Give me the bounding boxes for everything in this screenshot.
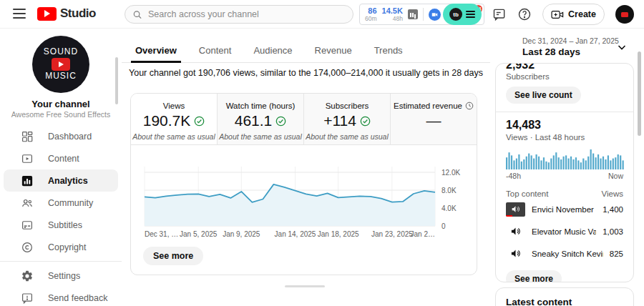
svg-text:Jan 5, 2025: Jan 5, 2025	[180, 230, 218, 238]
tab-audience[interactable]: Audience	[252, 41, 293, 62]
axis-left-label: -48h	[506, 172, 521, 180]
svg-text:0: 0	[441, 222, 446, 230]
help-icon[interactable]	[517, 7, 532, 21]
realtime-axis: -48h Now	[506, 172, 623, 180]
youtube-studio-app: Studio 86 60m 14.5K 48h	[0, 0, 644, 306]
account-avatar[interactable]	[615, 5, 634, 24]
stat-60m: 86 60m	[365, 7, 377, 22]
clock-icon	[465, 102, 474, 110]
channel-subtitle: Awesome Free Sound Effects	[0, 110, 122, 119]
sidebar-item-subtitles[interactable]: Subtitles	[4, 214, 118, 236]
metric-watch-time[interactable]: Watch time (hours) 461.1 About the same …	[218, 94, 304, 144]
svg-text:Jan 9, 2025: Jan 9, 2025	[223, 230, 260, 238]
tab-overview[interactable]: Overview	[134, 41, 178, 62]
create-button[interactable]: Create	[542, 4, 605, 25]
see-more-button[interactable]: See more	[143, 247, 203, 265]
settings-icon	[21, 270, 34, 282]
date-range-selector[interactable]: Dec 31, 2024 – Jan 27, 2025 Last 28 days	[522, 36, 619, 57]
sidebar-item-content[interactable]: Content	[4, 147, 118, 169]
studio-logo[interactable]: Studio	[37, 6, 96, 21]
speaker-icon	[511, 204, 520, 214]
realtime-views-label: Views · Last 48 hours	[506, 133, 623, 142]
analytics-main: Overview Content Audience Revenue Trends…	[122, 29, 490, 306]
speaker-icon	[510, 248, 521, 259]
content-icon	[21, 152, 34, 165]
top-content-row[interactable]: Elevator Music Vanos… 1,003	[506, 220, 623, 242]
svg-text:Dec 31, …: Dec 31, …	[145, 230, 178, 238]
top-content-row[interactable]: Sneaky Snitch Kevin Ma… 825	[506, 242, 623, 265]
top-content-header: Top content Views	[506, 189, 623, 198]
svg-text:Jan 23, 2025: Jan 23, 2025	[371, 230, 413, 238]
video-thumbnail	[506, 202, 525, 217]
search-bar[interactable]	[125, 5, 353, 24]
tubebuddy-menu-icon	[466, 11, 475, 18]
see-live-count-button[interactable]: See live count	[506, 87, 581, 104]
tab-trends[interactable]: Trends	[373, 41, 404, 62]
sidebar-item-dashboard[interactable]: Dashboard	[4, 125, 118, 147]
check-circle-icon	[275, 116, 286, 127]
latest-content-title: Latest content	[506, 297, 623, 306]
mini-chart-icon	[408, 9, 418, 19]
tab-content[interactable]: Content	[197, 41, 233, 62]
svg-text:4.0K: 4.0K	[441, 204, 457, 212]
sidebar-item-send-feedback[interactable]: Send feedback	[4, 287, 118, 306]
studio-logo-text: Studio	[60, 6, 96, 21]
youtube-logo-icon	[37, 7, 57, 21]
top-content-row[interactable]: Envici November - Ori… 1,400	[506, 198, 623, 220]
realtime-see-more-button[interactable]: See more	[506, 270, 562, 282]
next-card-edge	[285, 285, 325, 287]
sidebar: SOUND MUSIC Your channel Awesome Free So…	[0, 29, 122, 306]
search-input[interactable]	[148, 9, 346, 19]
dashboard-icon	[21, 130, 34, 143]
stat-48h: 14.5K 48h	[382, 7, 403, 22]
channel-summary-text: Your channel got 190,706 views, similar …	[122, 68, 490, 78]
topbar-actions: tb Create	[443, 0, 634, 29]
tab-revenue[interactable]: Revenue	[313, 41, 353, 62]
page-scrollbar[interactable]	[638, 51, 641, 136]
realtime-views-count: 14,483	[506, 119, 623, 132]
realtime-bar-chart[interactable]	[506, 148, 625, 169]
send-feedback-icon	[21, 292, 34, 305]
realtime-subscribers-count: 2,932	[506, 63, 623, 71]
sidebar-menu: Dashboard Content Analytics	[0, 125, 122, 306]
chevron-down-icon[interactable]	[616, 41, 628, 53]
search-icon	[132, 9, 142, 20]
sidebar-item-analytics[interactable]: Analytics	[4, 169, 118, 192]
sidebar-item-settings[interactable]: Settings	[4, 265, 118, 287]
metric-views[interactable]: Views 190.7K About the same as usual	[131, 94, 218, 144]
views-line-chart[interactable]: 12.0K8.0K4.0K0Dec 31, …Jan 5, 2025Jan 9,…	[142, 161, 469, 242]
create-button-label: Create	[568, 9, 596, 19]
feedback-icon[interactable]	[492, 7, 507, 21]
sidebar-item-copyright[interactable]: Copyright	[4, 236, 118, 258]
right-panel: Dec 31, 2024 – Jan 27, 2025 Last 28 days…	[490, 29, 644, 306]
latest-content-card: Latest content	[495, 287, 634, 306]
menu-icon[interactable]	[13, 9, 26, 19]
metric-tabs: Views 190.7K About the same as usual Wat…	[131, 94, 477, 145]
check-circle-icon	[194, 116, 205, 127]
realtime-subscribers-label: Subscribers	[506, 72, 623, 81]
top-bar: Studio 86 60m 14.5K 48h	[0, 0, 644, 29]
svg-text:Jan 18, 2025: Jan 18, 2025	[318, 230, 359, 238]
svg-text:8.0K: 8.0K	[441, 187, 457, 194]
avatar-play-icon	[52, 58, 70, 71]
analytics-icon	[21, 174, 34, 187]
sidebar-item-community[interactable]: Community	[4, 192, 118, 214]
metric-estimated-revenue[interactable]: Estimated revenue —	[391, 94, 477, 144]
create-video-icon	[551, 9, 564, 20]
sidebar-scrollbar[interactable]	[115, 57, 118, 104]
channel-avatar[interactable]: SOUND MUSIC	[32, 36, 89, 93]
overview-card: Views 190.7K About the same as usual Wat…	[130, 93, 477, 275]
axis-right-label: Now	[608, 172, 623, 180]
check-circle-icon	[360, 116, 371, 127]
community-icon	[21, 197, 34, 209]
realtime-card: 2,932 Subscribers See live count 14,483 …	[495, 63, 634, 282]
copyright-icon	[21, 241, 34, 254]
metric-subscribers[interactable]: Subscribers +114 About the same as usual	[304, 94, 391, 144]
svg-text:Jan 2…: Jan 2…	[411, 230, 435, 238]
video-thumbnail	[506, 247, 525, 261]
tubebuddy-button[interactable]: tb	[443, 4, 482, 25]
channel-name: Your channel	[0, 99, 122, 109]
camera-circle-icon[interactable]	[429, 9, 441, 21]
date-range-text: Dec 31, 2024 – Jan 27, 2025	[522, 36, 619, 45]
realtime-divider	[496, 112, 633, 112]
